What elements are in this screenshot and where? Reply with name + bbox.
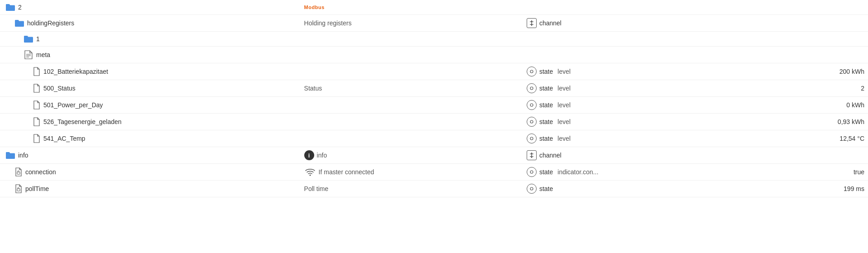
state-label: state (539, 168, 553, 176)
value-text: 200 kWh (840, 68, 864, 75)
channel-cell (523, 47, 757, 63)
tree-row[interactable]: 102_Batteriekapazitaet statelevel200 kWh (0, 63, 868, 80)
node-name-label: 500_Status (43, 85, 75, 92)
svg-marker-3 (531, 20, 533, 22)
value-text: 0,93 kWh (838, 118, 864, 125)
state-label: state (539, 135, 553, 142)
state-extra: level (557, 118, 571, 125)
channel-cell: state (523, 181, 757, 197)
state-icon (527, 134, 537, 143)
svg-point-20 (530, 171, 533, 173)
label-cell: iinfo (301, 147, 523, 164)
channel-cell (523, 0, 757, 15)
value-text: true (854, 168, 864, 176)
state-icon (527, 67, 537, 76)
label-cell (301, 32, 523, 47)
name-cell: 1 (0, 32, 301, 47)
state-extra: level (557, 68, 571, 75)
channel-cell: statelevel (523, 114, 757, 130)
name-cell: 500_Status (0, 80, 301, 97)
tree-row[interactable]: 526_Tagesenergie_geladen statelevel0,93 … (0, 114, 868, 130)
value-cell: 0,93 kWh (757, 114, 868, 130)
node-name-label: meta (36, 51, 50, 58)
tree-row[interactable]: 1 (0, 32, 868, 47)
svg-marker-16 (531, 153, 533, 154)
state-icon (527, 100, 537, 110)
channel-cell (523, 32, 757, 47)
file-icon (33, 84, 41, 93)
node-name-label: 501_Power_per_Day (43, 101, 103, 109)
channel-cell: statelevel (523, 80, 757, 97)
tree-row[interactable]: holdingRegistersHolding registers channe… (0, 15, 868, 32)
name-cell: meta (0, 47, 301, 63)
label-text: info (317, 152, 327, 159)
svg-point-12 (530, 137, 533, 140)
channel-cell: stateindicator.con... (523, 164, 757, 181)
tree-row[interactable]: meta (0, 47, 868, 63)
state-icon (527, 83, 537, 93)
state-extra: level (557, 85, 571, 92)
name-cell: info (0, 147, 301, 164)
info-circle-icon: i (304, 150, 314, 160)
value-text: 199 ms (844, 185, 864, 192)
channel-cell: statelevel (523, 97, 757, 114)
tree-row[interactable]: 500_StatusStatus statelevel2 (0, 80, 868, 97)
svg-point-9 (530, 87, 533, 90)
label-cell: Status (301, 80, 523, 97)
label-text: Poll time (304, 185, 329, 192)
tree-row[interactable]: pollTimePoll time state199 ms (0, 181, 868, 197)
name-cell: 2 (0, 0, 301, 15)
value-cell: 199 ms (757, 181, 868, 197)
channel-cell: statelevel (523, 130, 757, 147)
label-text: Holding registers (304, 19, 352, 27)
value-text: 12,54 °C (840, 135, 864, 142)
state-extra: level (557, 101, 571, 109)
wifi-icon (304, 167, 316, 177)
value-text: 2 (861, 85, 864, 92)
state-icon (527, 167, 537, 177)
value-cell: 2 (757, 80, 868, 97)
state-label: state (539, 118, 553, 125)
label-cell: Poll time (301, 181, 523, 197)
label-cell: Holding registers (301, 15, 523, 32)
tree-row[interactable]: connection If master connected stateindi… (0, 164, 868, 181)
node-name-label: connection (25, 168, 56, 176)
meta-icon (24, 50, 33, 60)
label-cell (301, 130, 523, 147)
label-cell (301, 47, 523, 63)
state-icon (527, 117, 537, 127)
tree-row[interactable]: 541_AC_Temp statelevel12,54 °C (0, 130, 868, 147)
value-text: 0 kWh (846, 101, 864, 109)
svg-marker-17 (531, 157, 533, 158)
state-extra: indicator.con... (557, 168, 598, 176)
state-icon (527, 184, 537, 194)
value-cell (757, 47, 868, 63)
channel-cell: statelevel (523, 63, 757, 80)
svg-point-19 (309, 175, 311, 176)
label-cell (301, 114, 523, 130)
folder-icon (24, 35, 33, 43)
lock-file-icon (14, 167, 23, 177)
state-label: state (539, 68, 553, 75)
label-text: Status (304, 85, 322, 92)
folder-icon (5, 3, 15, 11)
name-cell: 541_AC_Temp (0, 130, 301, 147)
value-cell (757, 15, 868, 32)
value-cell: true (757, 164, 868, 181)
tree-row[interactable]: 501_Power_per_Day statelevel0 kWh (0, 97, 868, 114)
label-cell: Modbus (301, 0, 523, 15)
tree-row[interactable]: 2Modbus (0, 0, 868, 15)
file-icon (33, 134, 41, 143)
tree-row[interactable]: infoiinfo channel (0, 147, 868, 164)
file-icon (33, 117, 41, 126)
channel-cell: channel (523, 15, 757, 32)
node-name-label: 1 (36, 35, 40, 43)
state-label: state (539, 85, 553, 92)
channel-icon (527, 150, 537, 160)
label-cell: If master connected (301, 164, 523, 181)
svg-point-8 (530, 70, 533, 73)
state-extra: level (557, 135, 571, 142)
label-text: If master connected (319, 168, 374, 176)
value-cell: 200 kWh (757, 63, 868, 80)
channel-label: channel (539, 19, 561, 27)
